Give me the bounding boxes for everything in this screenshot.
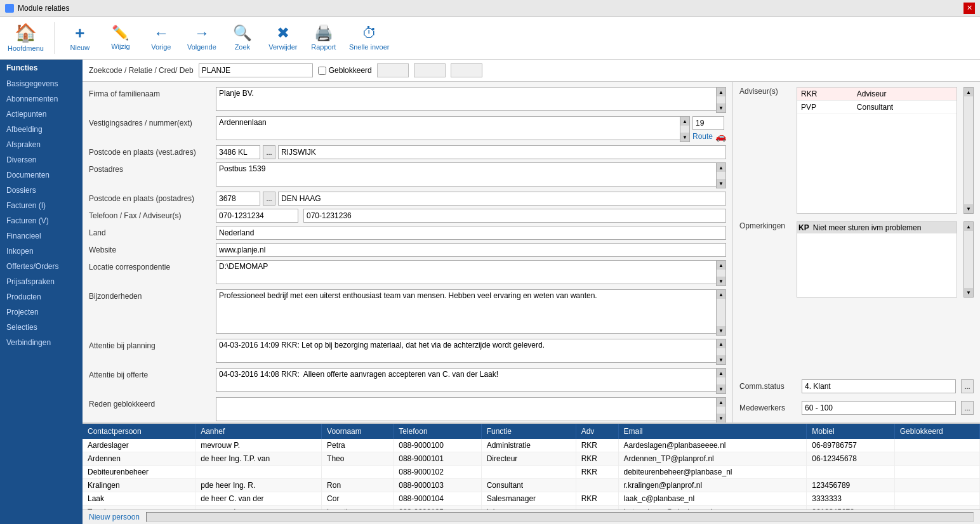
sidebar-item-projecten[interactable]: Projecten [0, 305, 83, 320]
horizontal-scrollbar[interactable] [146, 512, 974, 522]
firma-input[interactable]: Planje BV. [216, 87, 726, 111]
medewerkers-input[interactable] [802, 401, 956, 415]
right-spacer [739, 305, 974, 374]
verwijder-button[interactable]: ✖ Verwijder [268, 25, 298, 51]
attentie-offerte-scroll-up[interactable]: ▲ [717, 369, 725, 377]
geblokkeerd-checkbox[interactable] [318, 67, 326, 75]
nieuw-persoon-link[interactable]: Nieuw persoon [89, 513, 140, 521]
attentie-offerte-row: Attentie bij offerte 04-03-2016 14:08 RK… [89, 368, 726, 394]
sidebar-item-actiepunten[interactable]: Actiepunten [0, 107, 83, 122]
sidebar-item-inkopen[interactable]: Inkopen [0, 244, 83, 259]
contact-row-1[interactable]: Ardennende heer Ing. T.P. vanTheo088-900… [83, 452, 980, 466]
locatie-scroll-up[interactable]: ▲ [717, 261, 725, 270]
attentie-planning-input[interactable]: 04-03-2016 14:09 RKR: Let op bij bezorgi… [216, 339, 726, 363]
medewerkers-dots-button[interactable]: ... [961, 401, 974, 415]
firma-scroll-down[interactable]: ▼ [717, 103, 725, 112]
locatie-scroll-down[interactable]: ▼ [717, 277, 725, 285]
adviseur-scroll-down[interactable]: ▼ [964, 204, 973, 213]
firma-scroll-up[interactable]: ▲ [717, 88, 725, 96]
toolbar: 🏠 Hoofdmenu + Nieuw ✏️ Wijzig ← Vorige →… [0, 16, 980, 60]
contact-row-3[interactable]: Kralingenpde heer Ing. R.Ron088-9000103C… [83, 479, 980, 492]
sidebar-item-producten[interactable]: Producten [0, 289, 83, 305]
close-button[interactable]: ✕ [963, 3, 975, 14]
medewerkers-label: Medewerkers [739, 403, 797, 412]
postadres-scroll-up[interactable]: ▲ [717, 163, 725, 172]
hoofdmenu-button[interactable]: 🏠 Hoofdmenu [8, 24, 44, 52]
bijzonderheden-scroll-up[interactable]: ▲ [717, 290, 725, 299]
bijzonderheden-scroll-down[interactable]: ▼ [717, 326, 725, 335]
snelle-invoer-button[interactable]: ⏱ Snelle invoer [349, 25, 390, 51]
vestiging-scroll-up[interactable]: ▲ [680, 117, 689, 126]
attentie-offerte-scroll-down[interactable]: ▼ [717, 384, 725, 393]
comm-status-input[interactable] [802, 379, 956, 393]
wijzig-button[interactable]: ✏️ Wijzig [105, 26, 136, 50]
sidebar-item-abonnementen[interactable]: Abonnementen [0, 91, 83, 107]
fax-input[interactable] [303, 209, 726, 223]
contact-aanhef-1: de heer Ing. T.P. van [195, 452, 322, 466]
vestiging-scroll-down[interactable]: ▼ [680, 133, 689, 141]
reden-label: Reden geblokkeerd [89, 397, 216, 409]
sidebar-item-dossiers[interactable]: Dossiers [0, 183, 83, 198]
website-input[interactable] [216, 243, 726, 257]
arrow-left-icon: ← [154, 25, 169, 41]
volgende-button[interactable]: → Volgende [187, 25, 217, 51]
adviseur-row-2[interactable]: PVP Consultant [797, 101, 957, 114]
contact-voornaam-1: Theo [322, 452, 394, 466]
sidebar-item-basisgegevens[interactable]: Basisgegevens [0, 76, 83, 91]
vestiging-input[interactable]: Ardennenlaan [216, 116, 690, 140]
plaats-post-input[interactable] [278, 192, 726, 206]
sidebar-item-afbeelding[interactable]: Afbeelding [0, 122, 83, 137]
bijzonderheden-input[interactable]: Professioneel bedrijf met een uiterst en… [216, 289, 726, 334]
plaats-vest-input[interactable] [278, 145, 726, 159]
opmerkingen-scroll-up[interactable]: ▲ [964, 222, 973, 231]
reden-scroll-down[interactable]: ▼ [717, 414, 725, 422]
sidebar-item-diversen[interactable]: Diversen [0, 152, 83, 167]
sidebar-item-facturen-i[interactable]: Facturen (I) [0, 198, 83, 213]
contact-row-4[interactable]: Laakde heer C. van derCor088-9000104Sale… [83, 492, 980, 506]
car-icon[interactable]: 🚗 [715, 131, 726, 141]
zoek-button[interactable]: 🔍 Zoek [227, 25, 258, 51]
nieuw-button[interactable]: + Nieuw [65, 25, 95, 51]
telefoon-input[interactable] [216, 209, 298, 223]
contact-row-0[interactable]: Aardeslagermevrouw P.Petra088-9000100Adm… [83, 439, 980, 452]
adviseur-row-1[interactable]: RKR Adviseur [797, 88, 957, 101]
sidebar-item-verbindingen[interactable]: Verbindingen [0, 335, 83, 350]
reden-input[interactable] [216, 397, 726, 421]
sidebar-item-prijsafspraken[interactable]: Prijsafspraken [0, 274, 83, 289]
reden-scroll-up[interactable]: ▲ [717, 398, 725, 407]
sidebar-item-facturen-v[interactable]: Facturen (V) [0, 213, 83, 228]
sidebar-item-afspraken[interactable]: Afspraken [0, 137, 83, 152]
bottom-section: Contactpersoon Aanhef Voornaam Telefoon … [83, 422, 980, 524]
attentie-planning-scroll-up[interactable]: ▲ [717, 339, 725, 348]
contact-email-1: Ardennen_TP@planprof.nl [618, 452, 807, 466]
attentie-planning-scroll-down[interactable]: ▼ [717, 355, 725, 364]
postcode-vest-input[interactable] [216, 145, 260, 159]
attentie-offerte-input[interactable]: 04-03-2016 14:08 RKR: Alleen offerte aan… [216, 368, 726, 392]
contact-adv-4: RKR [576, 492, 618, 506]
vestiging-num-input[interactable] [692, 116, 724, 130]
contact-row-2[interactable]: Debiteurenbeheer088-9000102RKRdebiteuren… [83, 466, 980, 479]
postadres-input[interactable]: Postbus 1539 [216, 162, 726, 187]
locatie-input[interactable]: D:\DEMOMAP [216, 260, 726, 284]
land-input[interactable] [216, 226, 726, 240]
sidebar-item-offertes[interactable]: Offertes/Orders [0, 259, 83, 274]
vorige-button[interactable]: ← Vorige [146, 25, 176, 51]
bijzonderheden-field: Professioneel bedrijf met een uiterst en… [216, 289, 726, 336]
opmerking-text-1: Niet meer sturen ivm problemen [813, 223, 922, 232]
sidebar-item-financieel[interactable]: Financieel [0, 228, 83, 244]
sidebar-item-selecties[interactable]: Selecties [0, 320, 83, 335]
sidebar-item-documenten[interactable]: Documenten [0, 167, 83, 183]
adviseur-scroll-up[interactable]: ▲ [964, 88, 973, 96]
zoekcode-input[interactable] [199, 63, 313, 77]
num-field-3: 2001 [451, 63, 482, 77]
comm-status-dots-button[interactable]: ... [961, 379, 974, 393]
contact-adv-1: RKR [576, 452, 618, 466]
opmerkingen-scroll-down[interactable]: ▼ [964, 288, 973, 297]
postcode-vest-dots-button[interactable]: ... [263, 145, 275, 159]
postcode-post-input[interactable] [216, 192, 260, 206]
contact-email-0: Aardeslagen@planbaseeee.nl [618, 439, 807, 452]
postadres-scroll-down[interactable]: ▼ [717, 179, 725, 188]
rapport-button[interactable]: 🖨️ Rapport [308, 25, 339, 51]
postcode-post-dots-button[interactable]: ... [263, 192, 275, 206]
contacts-header-row: Contactpersoon Aanhef Voornaam Telefoon … [83, 424, 980, 439]
